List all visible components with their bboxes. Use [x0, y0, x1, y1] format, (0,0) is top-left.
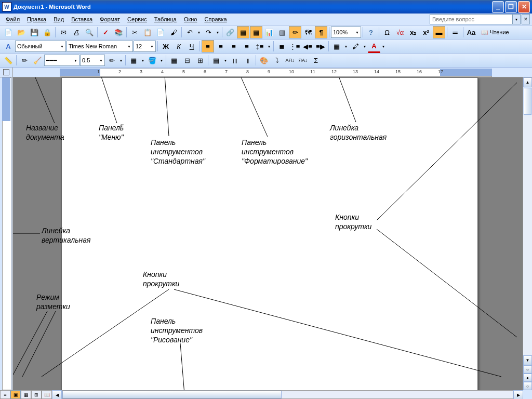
cut-button[interactable]: ✂ [128, 26, 141, 38]
underline-button[interactable]: Ч [185, 40, 198, 52]
menu-tools[interactable]: Сервис [124, 15, 151, 24]
menu-table[interactable]: Таблица [151, 15, 180, 24]
line-spacing-button[interactable]: ‡≡ [254, 40, 266, 52]
superscript-button[interactable]: x² [420, 26, 432, 38]
undo-button[interactable]: ↶ [183, 26, 196, 38]
close-help-button[interactable]: ✕ [522, 14, 530, 24]
menu-insert[interactable]: Вставка [68, 15, 96, 24]
bullets-button[interactable]: ⋮≡ [288, 40, 301, 52]
spellcheck-button[interactable]: ✓ [99, 26, 112, 38]
outline-view-button[interactable]: ⊞ [31, 390, 42, 399]
excel-button[interactable]: 📊 [263, 26, 275, 38]
shading-color-button[interactable]: 🪣 [146, 54, 158, 66]
menu-edit[interactable]: Правка [23, 15, 50, 24]
vscroll-thumb[interactable] [524, 88, 531, 115]
distribute-cols-button[interactable]: ⫿ [242, 54, 254, 66]
drawing-toolbar-button[interactable]: ✏ [289, 26, 301, 38]
browse-object-button[interactable]: ● [523, 374, 532, 382]
vertical-ruler[interactable] [0, 77, 13, 390]
new-doc-button[interactable]: 📄 [2, 26, 15, 38]
align-left-button[interactable]: ≡ [202, 40, 214, 52]
show-hide-button[interactable]: ¶ [315, 26, 327, 38]
insert-table-button[interactable]: ▦ [250, 26, 262, 38]
styles-button[interactable]: A [2, 40, 15, 52]
scroll-left-button[interactable]: ◀ [52, 390, 62, 399]
save-button[interactable]: 💾 [28, 26, 41, 38]
format-painter-button[interactable]: 🖌 [167, 26, 180, 38]
web-layout-button[interactable]: ▦ [21, 390, 31, 399]
italic-button[interactable]: К [172, 40, 185, 52]
document-area[interactable]: ¶ Название документа Панель "Меню" Панел… [13, 77, 523, 390]
prev-page-button[interactable]: ○ [523, 365, 532, 374]
maximize-button[interactable]: ❐ [505, 1, 517, 13]
mail-button[interactable]: ✉ [57, 26, 70, 38]
eraser-button[interactable]: 🧹 [31, 54, 44, 66]
menu-help[interactable]: Справка [201, 15, 230, 24]
highlight-orange-button[interactable]: ▬ [433, 26, 445, 38]
subscript-button[interactable]: x₂ [407, 26, 419, 38]
style-dropdown[interactable]: Обычный▼ [15, 41, 66, 52]
pen-color-button[interactable]: ✏ [105, 54, 118, 66]
vscroll-track[interactable] [523, 115, 532, 355]
numbering-button[interactable]: ≣ [275, 40, 288, 52]
autosum-button[interactable]: Σ [310, 54, 322, 66]
line-style-dropdown[interactable]: ━━━▼ [44, 55, 79, 66]
normal-view-button[interactable]: ≡ [0, 390, 10, 399]
reading-view-button[interactable]: 📖 [42, 390, 52, 399]
scroll-right-button[interactable]: ▶ [513, 390, 523, 399]
font-color-dropdown[interactable]: ▼ [381, 41, 386, 52]
align-cells-button[interactable]: ▤ [210, 54, 222, 66]
page[interactable]: ¶ [61, 77, 478, 390]
undo-dropdown[interactable]: ▼ [196, 26, 202, 38]
next-page-button[interactable]: ○ [523, 382, 532, 390]
paste-button[interactable]: 📄 [154, 26, 167, 38]
highlight-button[interactable]: 🖍 [349, 40, 362, 52]
highlight-dropdown[interactable]: ▼ [362, 41, 367, 52]
permission-button[interactable]: 🔒 [41, 26, 54, 38]
align-right-button[interactable]: ≡ [228, 40, 240, 52]
autoformat-button[interactable]: 🎨 [258, 54, 270, 66]
tables-borders-button[interactable]: ▦ [237, 26, 249, 38]
sort-desc-button[interactable]: ЯА↓ [297, 54, 309, 66]
outside-border-button[interactable]: ▦ [127, 54, 140, 66]
draw-table-button[interactable]: ✏ [18, 54, 31, 66]
copy-button[interactable]: 📋 [141, 26, 154, 38]
redo-button[interactable]: ↷ [202, 26, 215, 38]
reading-mode-button[interactable]: 📖 Чтение [478, 26, 512, 38]
merge-cells-button[interactable]: ⊟ [181, 54, 193, 66]
equals-button[interactable]: ═ [449, 26, 461, 38]
scroll-up-button[interactable]: ▲ [523, 77, 532, 87]
horizontal-ruler[interactable]: 1234567891011121314151617 [13, 68, 523, 77]
changecase-button[interactable]: Aa [465, 26, 477, 38]
scroll-down-button[interactable]: ▼ [523, 355, 532, 365]
ruler-corner[interactable] [0, 68, 13, 77]
open-button[interactable]: 📂 [15, 26, 28, 38]
columns-button[interactable]: ▥ [276, 26, 288, 38]
doc-map-button[interactable]: 🗺 [302, 26, 314, 38]
font-dropdown[interactable]: Times New Roman▼ [66, 41, 133, 52]
research-button[interactable]: 📚 [112, 26, 125, 38]
print-button[interactable]: 🖨 [70, 26, 83, 38]
help-button[interactable]: ? [365, 26, 377, 38]
text-direction-button[interactable]: ⤵ [271, 54, 283, 66]
minimize-button[interactable]: _ [492, 1, 504, 13]
redo-dropdown[interactable]: ▼ [215, 26, 220, 38]
print-preview-button[interactable]: 🔍 [83, 26, 96, 38]
distribute-rows-button[interactable]: ⫼ [229, 54, 241, 66]
print-layout-button[interactable]: ▣ [10, 390, 21, 399]
ruler-button[interactable]: 📏 [2, 54, 15, 66]
align-center-button[interactable]: ≡ [215, 40, 227, 52]
menu-window[interactable]: Окно [180, 15, 201, 24]
sqrt-button[interactable]: √α [394, 26, 406, 38]
decrease-indent-button[interactable]: ◀≡ [301, 40, 314, 52]
increase-indent-button[interactable]: ≡▶ [314, 40, 327, 52]
ask-dropdown[interactable]: ▼ [513, 14, 521, 24]
menu-file[interactable]: Файл [2, 15, 23, 24]
zoom-dropdown[interactable]: 100%▼ [331, 26, 361, 38]
hscroll-thumb[interactable] [62, 391, 282, 398]
bold-button[interactable]: Ж [159, 40, 172, 52]
menu-format[interactable]: Формат [96, 15, 124, 24]
ask-question-input[interactable] [430, 14, 513, 24]
borders-dropdown[interactable]: ▼ [343, 41, 349, 52]
omega-button[interactable]: Ω [381, 26, 393, 38]
